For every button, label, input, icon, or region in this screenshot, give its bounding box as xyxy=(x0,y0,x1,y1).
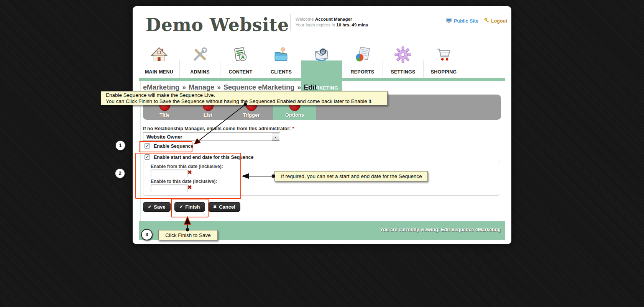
tab-main-menu[interactable]: MAIN MENU xyxy=(139,47,179,78)
breadcrumb-link-emarketing[interactable]: eMarketing xyxy=(143,83,179,91)
folder-user-icon xyxy=(272,46,290,65)
expires-prefix: Your login expires in xyxy=(296,23,335,27)
tab-shopping[interactable]: SHOPPING xyxy=(423,47,464,78)
clear-date-to-icon[interactable]: ✖ xyxy=(187,184,192,190)
enable-dates-label: Enable start and end date for this Seque… xyxy=(154,155,253,160)
callout-number-1: 1 xyxy=(115,140,126,151)
document-icon: A xyxy=(232,46,249,65)
public-site-label: Public Site xyxy=(454,18,478,24)
breadcrumb-current: Edit xyxy=(304,83,317,91)
expires-line: Your login expires in 10 hrs, 49 mins xyxy=(296,22,368,28)
tab-clients[interactable]: CLIENTS xyxy=(261,47,301,78)
tab-content[interactable]: A CONTENT xyxy=(220,47,261,78)
administrator-label-text: If no Relationship Manager, emails come … xyxy=(143,126,291,131)
breadcrumb: eMarketing»Manage»Sequence eMarketing»Ed… xyxy=(143,83,317,91)
account-name: Account Manager xyxy=(315,17,352,21)
step-label: List xyxy=(186,112,230,118)
check-icon: ✔ xyxy=(179,204,183,209)
administrator-label: If no Relationship Manager, emails come … xyxy=(143,126,294,131)
tooltip-enable-sequence: Enable Sequence will make the Sequence L… xyxy=(101,91,388,105)
tooltip-date-range: If required, you can set a start and end… xyxy=(274,171,428,181)
tooltip-click-finish: Click Finish to Save xyxy=(158,230,218,240)
cart-icon xyxy=(435,46,452,65)
gear-icon xyxy=(394,46,412,65)
callout-number-2: 2 xyxy=(115,168,125,179)
breadcrumb-link-manage[interactable]: Manage xyxy=(189,83,214,91)
tab-settings[interactable]: SETTINGS xyxy=(383,47,423,78)
step-label: Trigger xyxy=(230,112,273,118)
required-marker: * xyxy=(292,126,294,131)
header-divider xyxy=(290,14,291,31)
svg-text:@: @ xyxy=(321,49,325,54)
tab-label: CLIENTS xyxy=(271,69,292,75)
save-button-label: Save xyxy=(154,204,165,210)
check-icon: ✔ xyxy=(148,204,151,209)
svg-text:A: A xyxy=(241,54,245,60)
callout-number-3: 3 xyxy=(141,229,153,240)
administrator-select[interactable]: Website Owner ▼ xyxy=(143,132,280,141)
step-label: Options xyxy=(273,112,316,118)
tab-label: REPORTS xyxy=(351,69,375,75)
cancel-button-label: Cancel xyxy=(219,204,235,210)
welcome-line: Welcome Account Manager xyxy=(296,16,368,22)
date-from-label: Enable from this date (inclusive): xyxy=(151,164,223,169)
dropdown-arrow-glyph: ▼ xyxy=(274,136,277,139)
enable-dates-checkbox[interactable]: ✓ xyxy=(145,154,150,160)
expires-value: 10 hrs, 49 mins xyxy=(336,23,368,27)
tab-label: SHOPPING xyxy=(431,69,457,75)
tab-label: CONTENT xyxy=(229,69,253,75)
save-button[interactable]: ✔ Save xyxy=(143,202,171,212)
page-background: Demo Website Welcome Account Manager You… xyxy=(0,0,644,307)
public-site-link[interactable]: Public Site xyxy=(446,18,478,24)
cancel-button[interactable]: ✖ Cancel xyxy=(208,202,240,212)
breadcrumb-separator: » xyxy=(297,83,301,91)
logout-label: Logout xyxy=(491,18,507,24)
chevron-down-icon[interactable]: ▼ xyxy=(272,134,279,140)
enable-sequence-label: Enable Sequence xyxy=(154,144,194,149)
finish-button[interactable]: ✔ Finish xyxy=(174,202,205,212)
tab-emarketing[interactable]: @ EMARKETING xyxy=(301,47,342,78)
welcome-prefix: Welcome xyxy=(296,17,314,21)
date-to-label: Enable to this date (inclusive): xyxy=(151,179,217,184)
tab-label: MAIN MENU xyxy=(145,69,173,75)
date-from-input[interactable] xyxy=(151,170,187,177)
email-icon: @ xyxy=(313,46,330,65)
tab-admins[interactable]: ADMINS xyxy=(179,47,220,78)
breadcrumb-separator: » xyxy=(217,83,221,91)
welcome-block: Welcome Account Manager Your login expir… xyxy=(296,16,368,28)
breadcrumb-separator: » xyxy=(182,83,186,91)
enable-sequence-checkbox[interactable]: ✓ xyxy=(145,143,150,149)
nav-accent-bar xyxy=(139,78,505,81)
date-to-input[interactable] xyxy=(151,185,187,192)
home-icon xyxy=(150,46,168,65)
checkbox-check-icon: ✓ xyxy=(145,143,149,149)
checkbox-check-icon: ✓ xyxy=(145,154,149,160)
chart-report-icon xyxy=(353,46,371,65)
administrator-select-value: Website Owner xyxy=(146,134,182,140)
currently-viewing-text: You are currently viewing: Edit Sequence… xyxy=(380,227,501,232)
tooltip-line-1: Enable Sequence will make the Sequence L… xyxy=(106,92,383,98)
tooltip-line-2: You can Click Finish to Save the Sequenc… xyxy=(106,98,383,105)
tab-reports[interactable]: REPORTS xyxy=(342,47,383,78)
tab-label: ADMINS xyxy=(190,69,210,75)
key-icon xyxy=(484,18,489,24)
clear-date-from-icon[interactable]: ✖ xyxy=(187,169,192,175)
logout-link[interactable]: Logout xyxy=(484,18,507,24)
x-icon: ✖ xyxy=(213,204,217,209)
step-label: Title xyxy=(143,112,186,118)
monitor-icon xyxy=(446,18,452,24)
tools-icon xyxy=(191,46,209,65)
tab-label: SETTINGS xyxy=(391,69,415,75)
breadcrumb-link-sequence-emarketing[interactable]: Sequence eMarketing xyxy=(223,83,294,91)
finish-button-label: Finish xyxy=(185,204,200,210)
site-logo: Demo Website xyxy=(146,15,289,35)
